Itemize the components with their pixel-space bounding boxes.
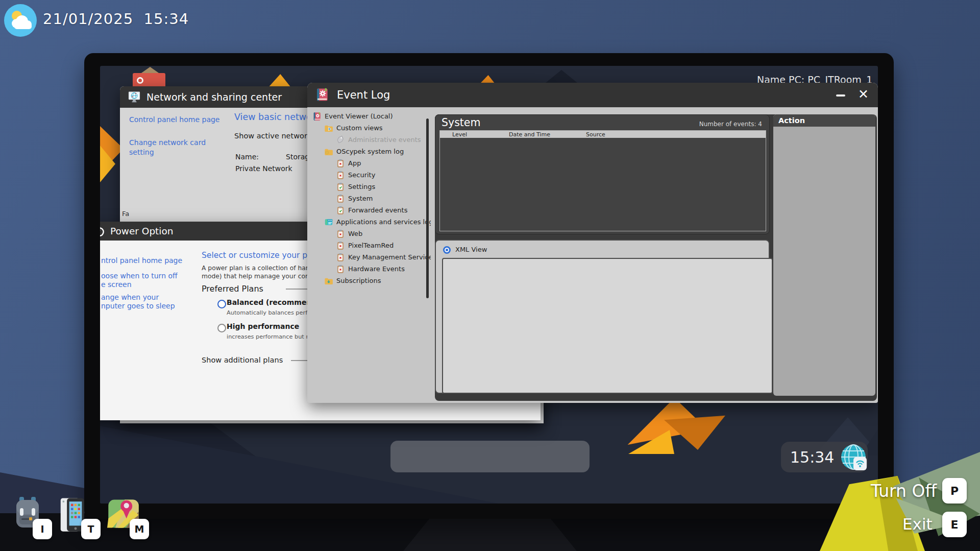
folder-sub-icon	[324, 276, 333, 285]
hotkey-map[interactable]: M	[130, 519, 149, 539]
tree-item-pixelteamred[interactable]: PixelTeamRed	[309, 239, 431, 251]
hotkey-exit[interactable]: E	[942, 512, 967, 537]
apps-icon	[324, 218, 333, 227]
system-events-panel: System Number of events: 4 Level Date an…	[435, 114, 770, 234]
clip-x-icon	[336, 229, 345, 238]
plan-balanced-desc: Automatically balances perfor	[227, 309, 313, 316]
system-panel-title: System	[442, 116, 480, 129]
tree-item-app[interactable]: App	[309, 157, 431, 169]
power-title: Power Option	[110, 226, 174, 236]
tree-item-hardware-events[interactable]: Hardware Events	[309, 263, 431, 275]
tag-icon	[336, 135, 345, 145]
hotkey-turn-off[interactable]: P	[942, 478, 967, 504]
tree-item-web[interactable]: Web	[309, 228, 431, 239]
tree-item-applications-and-services-log[interactable]: Applications and services log	[309, 216, 431, 228]
network-type: Private Network	[235, 164, 292, 173]
tree-item-system[interactable]: System	[309, 193, 431, 204]
event-log-app-icon	[314, 87, 330, 103]
clip-x-icon	[336, 159, 345, 168]
xml-view-radio[interactable]	[443, 246, 451, 254]
power-app-icon	[100, 226, 105, 237]
turn-off-label[interactable]: Turn Off	[871, 481, 937, 501]
close-icon[interactable]: ✕	[858, 87, 869, 102]
xml-view-label: XML View	[455, 246, 487, 253]
event-log-title: Event Log	[337, 89, 390, 101]
clip-x-icon	[336, 253, 345, 262]
power-desc-2: mode) that help manage your comp	[202, 273, 315, 280]
wallpaper-triangle	[264, 74, 291, 87]
network-globe-icon[interactable]	[840, 444, 867, 470]
network-link-control-panel[interactable]: Control panel home page	[129, 115, 219, 124]
power-link-1[interactable]: oose when to turn off e screen	[101, 272, 178, 289]
event-log-titlebar[interactable]: Event Log ✕	[307, 83, 878, 107]
action-panel-title: Action	[773, 114, 875, 127]
table-header: Level Date and Time Source	[440, 131, 766, 138]
tree-item-forwarded-events[interactable]: Forwarded events	[309, 204, 431, 216]
screen: Name PC: PC_ITRoom_1 Network and sharing…	[100, 66, 878, 504]
plan-balanced-name[interactable]: Balanced (recommend	[227, 298, 316, 306]
xml-view-panel: XML View	[435, 239, 770, 394]
event-count: Number of events: 4	[699, 121, 762, 128]
system-events-list: Level Date and Time Source	[439, 130, 766, 231]
clip-x-icon	[336, 265, 345, 274]
weather-icon	[4, 4, 37, 37]
power-link-2[interactable]: ange when your nputer goes to sleep	[101, 293, 175, 310]
tree-item-settings[interactable]: Settings	[309, 181, 431, 193]
exit-label[interactable]: Exit	[902, 515, 933, 533]
clip-x-icon	[336, 171, 345, 180]
power-section: Preferred Plans	[202, 284, 263, 294]
datetime: 21/01/2025 15:34	[43, 10, 189, 28]
hotkey-inventory[interactable]: I	[33, 519, 52, 539]
network-partial-text: Fa	[122, 210, 129, 218]
tree-item-oscypek-system-log[interactable]: OScypek system log	[309, 146, 431, 157]
radio-balanced[interactable]	[217, 300, 226, 308]
book-icon	[312, 112, 322, 121]
radio-high-performance[interactable]	[217, 324, 226, 332]
minimize-icon[interactable]	[836, 94, 845, 97]
clock-time: 15:34	[790, 448, 834, 466]
plan-high-desc: increases performance but ma	[227, 333, 315, 340]
clip-x-icon	[336, 194, 345, 203]
dock	[390, 441, 590, 472]
network-name-value: Storag	[286, 153, 309, 161]
plan-high-name[interactable]: High performance	[227, 322, 299, 330]
tree-item-security[interactable]: Security	[309, 169, 431, 181]
tree-item-event-viewer-local[interactable]: Event Viewer (Local)	[309, 110, 431, 122]
event-tree: Event Viewer (Local)Custom viewsAdminist…	[309, 110, 431, 286]
network-link-change-card[interactable]: Change network card setting	[129, 138, 206, 157]
action-panel: Action	[773, 114, 875, 396]
folder-gear-icon	[324, 147, 333, 156]
tree-item-administrative-events[interactable]: Administrative events	[309, 134, 431, 146]
power-heading: Select or customize your powe	[202, 251, 324, 260]
monitor-stand	[403, 519, 577, 551]
tree-scrollbar[interactable]	[426, 118, 429, 298]
network-title: Network and sharing center	[146, 91, 282, 103]
event-log-window: Event Log ✕ Event Viewer (Local)Custom v…	[307, 83, 878, 403]
network-app-icon	[127, 90, 141, 104]
network-active-label: Show active networks	[234, 132, 315, 140]
clip-x-icon	[336, 241, 345, 250]
tree-item-subscriptions[interactable]: Subscriptions	[309, 275, 431, 286]
folder-cursor-icon	[324, 124, 333, 133]
tree-item-custom-views[interactable]: Custom views	[309, 122, 431, 134]
hotkey-tablet[interactable]: T	[81, 519, 101, 539]
xml-content	[442, 258, 773, 394]
wallpaper-triangle	[545, 70, 578, 83]
power-link-0[interactable]: ntrol panel home page	[101, 256, 182, 265]
power-desc-1: A power plan is a collection of hardw	[202, 265, 317, 272]
clock-widget: 15:34	[781, 442, 868, 472]
power-footer[interactable]: Show additional plans	[202, 356, 283, 364]
clip-check-icon	[336, 206, 345, 215]
clip-check-icon	[336, 182, 345, 191]
network-name-label: Name:	[235, 153, 259, 161]
tree-item-key-management-service[interactable]: Key Management Service	[309, 251, 431, 263]
